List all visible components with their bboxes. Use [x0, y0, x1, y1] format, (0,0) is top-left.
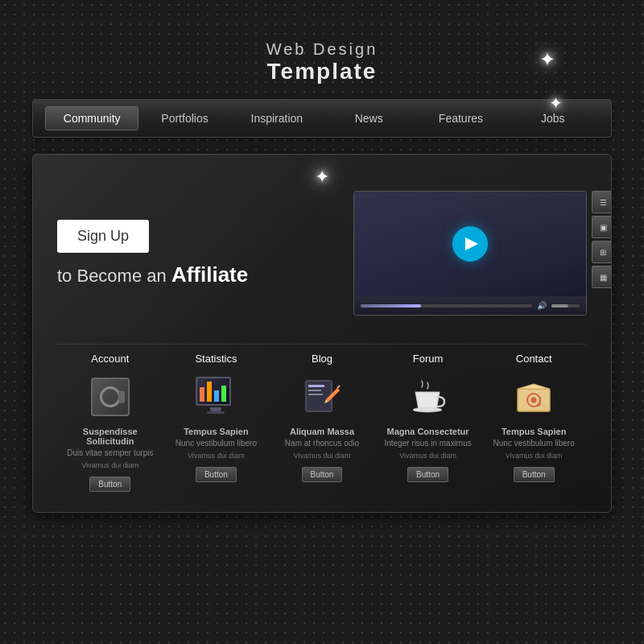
bar-1: [200, 387, 204, 402]
hero-left: Sign Up to Become an Affiliate: [57, 191, 337, 316]
monitor-stand: [210, 407, 221, 411]
forum-button[interactable]: Button: [407, 467, 448, 482]
statistics-button[interactable]: Button: [196, 467, 237, 482]
icon-item-blog: Blog Aliquam Massa Nam at r: [269, 353, 375, 492]
nav-item-portfolios[interactable]: Portfolios: [138, 107, 230, 130]
vid-ctrl-btn-4[interactable]: ▦: [592, 266, 612, 288]
volume-fill: [551, 304, 568, 308]
contact-desc: Tempus Sapien: [485, 427, 583, 436]
blog-subdesc: Nam at rhoncus odio: [273, 438, 371, 448]
nav-item-inspiration[interactable]: Inspiration: [231, 107, 323, 130]
play-button[interactable]: [452, 226, 488, 262]
svg-point-10: [531, 397, 537, 402]
panel-sparkle: ✦: [315, 167, 329, 188]
video-sidebar-controls: ☰ ▣ ⊞ ▦: [592, 191, 612, 288]
video-screen: [354, 192, 586, 296]
video-player: 🔊 ☰ ▣ ⊞ ▦: [353, 191, 587, 316]
icon-item-forum: Forum: [375, 353, 481, 492]
title-line2: Template: [266, 59, 378, 85]
account-button[interactable]: Button: [89, 477, 130, 492]
icons-section: Account Suspendisse Sollicitudin Duis vi…: [57, 344, 587, 492]
hero-pre-text: to Become an: [57, 266, 167, 286]
video-controls: 🔊: [354, 296, 586, 315]
forum-subdesc: Integer risus in maximus: [379, 438, 477, 448]
statistics-subdesc2: Vivamus dui diam: [167, 452, 266, 460]
blog-title: Blog: [273, 353, 371, 365]
navigation-bar: ✦ Community Portfolios Inspiration News …: [32, 99, 612, 138]
forum-desc: Magna Consectetur: [379, 427, 477, 436]
hero-affiliate-text: Affiliate: [171, 262, 248, 287]
nav-item-community[interactable]: Community: [45, 106, 138, 130]
monitor-graphic: [196, 377, 236, 417]
bar-3: [214, 390, 219, 402]
video-player-inner: 🔊: [353, 191, 587, 316]
statistics-desc: Tempus Sapien: [167, 427, 266, 436]
progress-bar[interactable]: [361, 304, 532, 308]
contact-title: Contact: [485, 353, 583, 365]
icon-item-statistics: Statistics: [163, 353, 270, 492]
nav-sparkle: ✦: [549, 93, 563, 113]
volume-icon: 🔊: [537, 301, 547, 310]
volume-bar[interactable]: [551, 304, 580, 308]
envelope-svg: [513, 376, 555, 418]
vid-ctrl-btn-1[interactable]: ☰: [592, 191, 612, 213]
icon-item-account: Account Suspendisse Sollicitudin Duis vi…: [57, 353, 163, 492]
statistics-icon: [194, 374, 238, 419]
contact-subdesc2: Vivamus dui diam: [485, 452, 583, 460]
svg-point-7: [413, 407, 442, 412]
forum-icon: [406, 374, 450, 419]
blog-desc: Aliquam Massa: [273, 427, 371, 436]
vid-ctrl-btn-2[interactable]: ▣: [592, 216, 612, 238]
bar-2: [207, 382, 212, 402]
account-title: Account: [61, 353, 159, 365]
svg-line-6: [337, 386, 340, 388]
monitor-screen: [196, 377, 231, 406]
monitor-bars: [200, 382, 226, 402]
progress-fill: [361, 304, 421, 308]
pencil-svg: [302, 377, 342, 417]
statistics-subdesc: Nunc vestibulum libero: [167, 438, 266, 448]
nav-item-news[interactable]: News: [323, 107, 415, 130]
svg-rect-1: [308, 385, 324, 387]
hero-subtitle: to Become an Affiliate: [57, 262, 337, 287]
nav-item-features[interactable]: Features: [415, 107, 506, 130]
monitor-base: [207, 411, 225, 414]
bar-4: [221, 386, 226, 402]
blog-icon: [299, 374, 344, 419]
site-title: Web Design Template: [266, 40, 378, 85]
vid-ctrl-btn-3[interactable]: ⊞: [592, 241, 612, 263]
contact-button[interactable]: Button: [514, 467, 555, 482]
contact-icon: [512, 374, 556, 419]
statistics-title: Statistics: [167, 353, 266, 365]
svg-rect-2: [308, 390, 321, 391]
contact-subdesc: Nunc vestibulum libero: [485, 438, 583, 448]
signup-button[interactable]: Sign Up: [57, 220, 149, 253]
main-panel: ✦ Sign Up to Become an Affiliate: [32, 154, 612, 513]
blog-subdesc2: Vivamus dui diam: [273, 452, 371, 460]
safe-graphic: [91, 378, 130, 416]
forum-title: Forum: [379, 353, 477, 365]
hero-section: Sign Up to Become an Affiliate: [57, 191, 587, 316]
title-line1: Web Design: [266, 40, 378, 59]
svg-rect-3: [308, 394, 323, 395]
account-subdesc: Duis vitae semper turpis: [61, 448, 159, 458]
account-subdesc2: Vivamus dui diam: [61, 461, 159, 469]
blog-button[interactable]: Button: [302, 467, 343, 482]
account-desc: Suspendisse Sollicitudin: [61, 427, 159, 446]
coffee-cup-svg: [407, 376, 449, 418]
forum-subdesc2: Vivamus dui diam: [379, 452, 477, 460]
icon-item-contact: Contact: [481, 353, 587, 492]
sparkle-decoration-1: ✦: [539, 48, 555, 71]
account-icon: [88, 374, 132, 419]
